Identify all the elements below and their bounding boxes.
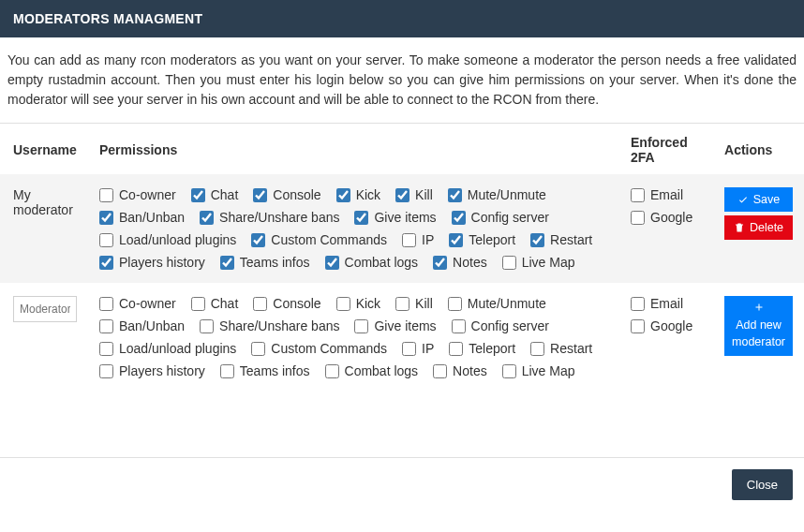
perm-checkbox-combat-logs[interactable]	[325, 256, 339, 270]
perm-checkbox-notes[interactable]	[433, 364, 447, 378]
perm-ip[interactable]: IP	[402, 232, 434, 247]
perm-console[interactable]: Console	[253, 296, 320, 311]
perm-checkbox-live-map[interactable]	[502, 364, 516, 378]
perm-label-config-server: Config server	[471, 210, 549, 225]
perm-notes[interactable]: Notes	[433, 255, 487, 270]
mfa-email[interactable]: Email	[631, 187, 702, 202]
perm-checkbox-ip[interactable]	[402, 342, 416, 356]
perm-checkbox-share-unshare-bans[interactable]	[200, 319, 214, 333]
perm-checkbox-combat-logs[interactable]	[325, 364, 339, 378]
perm-give-items[interactable]: Give items	[354, 210, 436, 225]
perm-checkbox-live-map[interactable]	[502, 256, 516, 270]
perm-checkbox-config-server[interactable]	[452, 319, 466, 333]
perm-checkbox-config-server[interactable]	[452, 211, 466, 225]
perm-combat-logs[interactable]: Combat logs	[325, 255, 419, 270]
mfa-checkbox-email[interactable]	[631, 297, 645, 311]
delete-button[interactable]: Delete	[724, 215, 793, 240]
perm-checkbox-ip[interactable]	[402, 233, 416, 247]
perm-console[interactable]: Console	[253, 187, 320, 202]
perm-label-co-owner: Co-owner	[119, 296, 176, 311]
perm-notes[interactable]: Notes	[433, 363, 487, 378]
perm-mute-unmute[interactable]: Mute/Unmute	[448, 187, 546, 202]
perm-checkbox-players-history[interactable]	[99, 364, 113, 378]
perm-teams-infos[interactable]: Teams infos	[220, 255, 310, 270]
perm-checkbox-give-items[interactable]	[354, 319, 368, 333]
perm-label-ban-unban: Ban/Unban	[119, 210, 185, 225]
perm-combat-logs[interactable]: Combat logs	[325, 363, 419, 378]
perm-checkbox-teleport[interactable]	[449, 233, 463, 247]
perm-kick[interactable]: Kick	[336, 296, 380, 311]
perm-ban-unban[interactable]: Ban/Unban	[99, 318, 185, 333]
actions-cell: SaveDelete	[711, 174, 804, 283]
mfa-checkbox-google[interactable]	[631, 211, 645, 225]
perm-checkbox-give-items[interactable]	[354, 211, 368, 225]
perm-checkbox-notes[interactable]	[433, 256, 447, 270]
perm-restart[interactable]: Restart	[530, 341, 592, 356]
perm-live-map[interactable]: Live Map	[502, 363, 575, 378]
perm-checkbox-kick[interactable]	[336, 188, 350, 202]
perm-kill[interactable]: Kill	[395, 187, 433, 202]
perm-ban-unban[interactable]: Ban/Unban	[99, 210, 185, 225]
perm-teleport[interactable]: Teleport	[449, 341, 515, 356]
perm-players-history[interactable]: Players history	[99, 363, 205, 378]
perm-checkbox-teams-infos[interactable]	[220, 256, 234, 270]
perm-checkbox-co-owner[interactable]	[99, 297, 113, 311]
mfa-google[interactable]: Google	[631, 318, 702, 333]
perm-checkbox-teams-infos[interactable]	[220, 364, 234, 378]
perm-checkbox-chat[interactable]	[191, 188, 205, 202]
perm-live-map[interactable]: Live Map	[502, 255, 575, 270]
col-permissions: Permissions	[86, 126, 618, 174]
perm-checkbox-custom-commands[interactable]	[251, 233, 265, 247]
perm-checkbox-custom-commands[interactable]	[251, 342, 265, 356]
perm-load-unload-plugins[interactable]: Load/unload plugins	[99, 232, 236, 247]
perm-config-server[interactable]: Config server	[452, 210, 549, 225]
perm-checkbox-console[interactable]	[253, 188, 267, 202]
perm-config-server[interactable]: Config server	[452, 318, 549, 333]
perm-co-owner[interactable]: Co-owner	[99, 187, 176, 202]
perm-checkbox-mute-unmute[interactable]	[448, 297, 462, 311]
perm-checkbox-restart[interactable]	[530, 233, 544, 247]
new-moderator-input[interactable]	[13, 296, 77, 322]
perm-checkbox-ban-unban[interactable]	[99, 319, 113, 333]
perm-kick[interactable]: Kick	[336, 187, 380, 202]
close-button[interactable]: Close	[732, 469, 793, 500]
perm-checkbox-console[interactable]	[253, 297, 267, 311]
perm-checkbox-load-unload-plugins[interactable]	[99, 342, 113, 356]
perm-checkbox-kick[interactable]	[336, 297, 350, 311]
perm-checkbox-ban-unban[interactable]	[99, 211, 113, 225]
perm-checkbox-load-unload-plugins[interactable]	[99, 233, 113, 247]
perm-load-unload-plugins[interactable]: Load/unload plugins	[99, 341, 236, 356]
perm-co-owner[interactable]: Co-owner	[99, 296, 176, 311]
perm-ip[interactable]: IP	[402, 341, 434, 356]
perm-share-unshare-bans[interactable]: Share/Unshare bans	[200, 210, 339, 225]
perm-checkbox-kill[interactable]	[395, 297, 409, 311]
mfa-email[interactable]: Email	[631, 296, 702, 311]
perm-chat[interactable]: Chat	[191, 187, 239, 202]
mfa-checkbox-email[interactable]	[631, 188, 645, 202]
mfa-checkbox-google[interactable]	[631, 319, 645, 333]
mfa-label-google: Google	[650, 210, 692, 225]
perm-custom-commands[interactable]: Custom Commands	[251, 232, 387, 247]
perm-checkbox-co-owner[interactable]	[99, 188, 113, 202]
modal-title: MODERATORS MANAGMENT	[13, 11, 202, 26]
perm-teams-infos[interactable]: Teams infos	[220, 363, 310, 378]
perm-mute-unmute[interactable]: Mute/Unmute	[448, 296, 546, 311]
add-moderator-button[interactable]: Add new moderator	[724, 296, 793, 356]
perm-kill[interactable]: Kill	[395, 296, 433, 311]
perm-custom-commands[interactable]: Custom Commands	[251, 341, 387, 356]
perm-checkbox-kill[interactable]	[395, 188, 409, 202]
perm-checkbox-players-history[interactable]	[99, 256, 113, 270]
perm-give-items[interactable]: Give items	[354, 318, 436, 333]
perm-checkbox-restart[interactable]	[530, 342, 544, 356]
perm-chat[interactable]: Chat	[191, 296, 239, 311]
perm-share-unshare-bans[interactable]: Share/Unshare bans	[200, 318, 339, 333]
save-button[interactable]: Save	[724, 187, 793, 212]
perm-checkbox-teleport[interactable]	[449, 342, 463, 356]
perm-restart[interactable]: Restart	[530, 232, 592, 247]
perm-checkbox-mute-unmute[interactable]	[448, 188, 462, 202]
perm-players-history[interactable]: Players history	[99, 255, 205, 270]
perm-checkbox-share-unshare-bans[interactable]	[200, 211, 214, 225]
mfa-google[interactable]: Google	[631, 210, 702, 225]
perm-teleport[interactable]: Teleport	[449, 232, 515, 247]
perm-checkbox-chat[interactable]	[191, 297, 205, 311]
